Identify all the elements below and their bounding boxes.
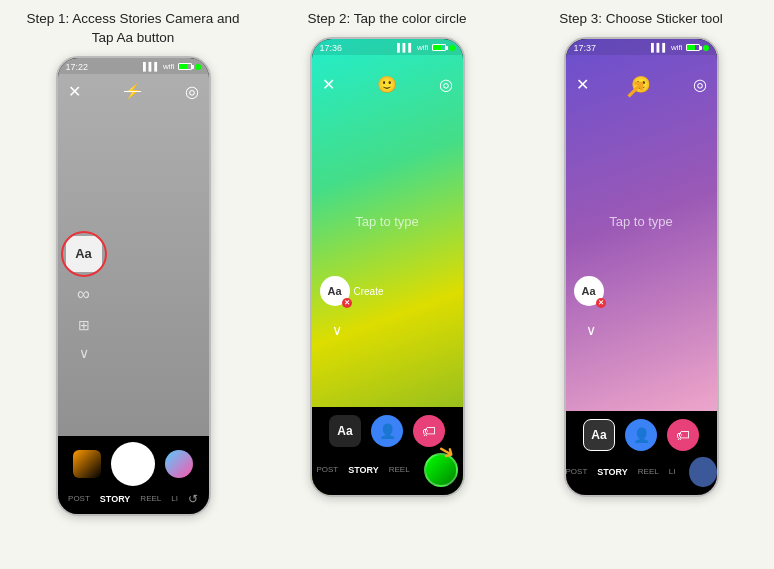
orange-arrow-up: ↗ <box>624 74 646 105</box>
create-sticker-area: Aa ✕ Create <box>320 276 384 306</box>
nav-reel-3[interactable]: REEL <box>638 467 659 476</box>
bottom-nav: POST STORY REEL LI ↺ <box>58 492 209 506</box>
green-dot-3 <box>703 45 709 51</box>
create-close-icon[interactable]: ✕ <box>342 298 352 308</box>
phone2-bottom-bar: Aa 👤 🏷 POST STORY REEL ➜ <box>312 407 463 495</box>
battery-icon-2 <box>432 44 446 51</box>
step2-column: Step 2: Tap the color circle 17:36 ▌▌▌ w… <box>264 10 510 497</box>
close-icon[interactable]: ✕ <box>68 82 81 101</box>
refresh-icon[interactable]: ↺ <box>188 492 198 506</box>
phone3-screen: 17:37 ▌▌▌ wifi ✕ 🙂 ◎ ↗ <box>566 39 717 495</box>
nav-reel[interactable]: REEL <box>140 494 161 503</box>
gallery-thumbnail[interactable] <box>73 450 101 478</box>
phone1-top-bar: ✕ ⚡ ◎ <box>58 76 209 107</box>
signal-icon: ▌▌▌ <box>143 62 160 71</box>
create-close-icon-3[interactable]: ✕ <box>596 298 606 308</box>
step2-title: Step 2: Tap the color circle <box>304 10 471 29</box>
signal-icon-3: ▌▌▌ <box>651 43 668 52</box>
flash-off-icon[interactable]: ⚡ <box>124 83 141 99</box>
aa-highlight-circle <box>61 231 107 277</box>
green-dot-2 <box>449 45 455 51</box>
settings-icon[interactable]: ◎ <box>185 82 199 101</box>
bottom-nav-3: POST STORY REEL LI <box>566 457 717 487</box>
text-tools-3: Aa 👤 🏷 <box>566 419 717 451</box>
phone1: 17:22 ▌▌▌ wifi ✕ ⚡ ◎ <box>56 56 211 516</box>
aa-button[interactable]: Aa <box>66 236 102 272</box>
status-icons-2: ▌▌▌ wifi <box>397 43 455 52</box>
create-sticker-area-3: Aa ✕ <box>574 276 604 306</box>
effect-thumbnail[interactable] <box>165 450 193 478</box>
nav-live[interactable]: LI <box>171 494 178 503</box>
create-aa-button-3[interactable]: Aa ✕ <box>574 276 604 306</box>
nav-post[interactable]: POST <box>68 494 90 503</box>
sticker-tool-button-3[interactable]: 🏷 <box>667 419 699 451</box>
tap-to-type-3[interactable]: Tap to type <box>609 214 673 229</box>
settings-icon-2[interactable]: ◎ <box>439 75 453 94</box>
phone2-status-bar: 17:36 ▌▌▌ wifi <box>312 39 463 55</box>
phone1-bottom-bar: POST STORY REEL LI ↺ <box>58 436 209 514</box>
phone2-top-bar: ✕ 🙂 ◎ <box>312 55 463 100</box>
sticker-tool-button[interactable]: 🏷 <box>413 415 445 447</box>
battery-icon-3 <box>686 44 700 51</box>
step3-title: Step 3: Choose Sticker tool <box>555 10 727 29</box>
text-tools: Aa 👤 🏷 <box>312 415 463 447</box>
status-icons: ▌▌▌ wifi <box>143 62 201 71</box>
close-icon-2[interactable]: ✕ <box>322 75 335 94</box>
phone3-time: 17:37 <box>574 43 597 53</box>
wifi-icon: wifi <box>163 62 175 71</box>
phone3-status-bar: 17:37 ▌▌▌ wifi <box>566 39 717 55</box>
signal-icon-2: ▌▌▌ <box>397 43 414 52</box>
nav-story-2[interactable]: STORY <box>348 465 379 475</box>
person-icon-button[interactable]: 👤 <box>371 415 403 447</box>
nav-story-3[interactable]: STORY <box>597 467 628 477</box>
step1-title: Step 1: Access Stories Camera and Tap Aa… <box>10 10 256 48</box>
aa-tool-button-3[interactable]: Aa <box>583 419 615 451</box>
phone2-time: 17:36 <box>320 43 343 53</box>
wifi-icon-3: wifi <box>671 43 683 52</box>
close-icon-3[interactable]: ✕ <box>576 75 589 94</box>
create-chevron-icon[interactable]: ∨ <box>332 322 342 338</box>
phone3: 17:37 ▌▌▌ wifi ✕ 🙂 ◎ ↗ <box>564 37 719 497</box>
create-aa-button[interactable]: Aa ✕ <box>320 276 350 306</box>
sticker-icon: 🏷 <box>422 423 436 439</box>
person-icon-3: 👤 <box>633 427 650 443</box>
phone1-left-controls: Aa ∞ ⊞ ∨ <box>66 236 102 361</box>
page-container: Step 1: Access Stories Camera and Tap Aa… <box>0 0 774 569</box>
nav-post-3[interactable]: POST <box>566 467 588 476</box>
wifi-icon-2: wifi <box>417 43 429 52</box>
nav-post-2[interactable]: POST <box>316 465 338 474</box>
phone2: 17:36 ▌▌▌ wifi ✕ 🙂 ◎ Tap to type <box>310 37 465 497</box>
battery-icon <box>178 63 192 70</box>
smiley-icon[interactable]: 🙂 <box>377 75 397 94</box>
create-aa-label: Aa <box>327 285 341 297</box>
infinity-icon[interactable]: ∞ <box>77 284 90 305</box>
nav-reel-2[interactable]: REEL <box>389 465 410 474</box>
person-icon-button-3[interactable]: 👤 <box>625 419 657 451</box>
create-aa-label-3: Aa <box>581 285 595 297</box>
phone2-screen: 17:36 ▌▌▌ wifi ✕ 🙂 ◎ Tap to type <box>312 39 463 495</box>
status-icons-3: ▌▌▌ wifi <box>651 43 709 52</box>
camera-controls <box>58 442 209 486</box>
grid-icon[interactable]: ⊞ <box>78 317 90 333</box>
sticker-icon-3: 🏷 <box>676 427 690 443</box>
phone1-status-bar: 17:22 ▌▌▌ wifi <box>58 58 209 74</box>
nav-live-3[interactable]: LI <box>669 467 676 476</box>
person-icon: 👤 <box>379 423 396 439</box>
create-chevron-icon-3[interactable]: ∨ <box>586 322 596 338</box>
settings-icon-3[interactable]: ◎ <box>693 75 707 94</box>
chevron-down-icon[interactable]: ∨ <box>79 345 89 361</box>
profile-circle[interactable] <box>689 457 716 487</box>
aa-tool-button[interactable]: Aa <box>329 415 361 447</box>
step3-column: Step 3: Choose Sticker tool 17:37 ▌▌▌ wi… <box>518 10 764 497</box>
tap-to-type-2[interactable]: Tap to type <box>355 214 419 229</box>
bottom-nav-2: POST STORY REEL ➜ <box>312 453 463 487</box>
phone1-screen: 17:22 ▌▌▌ wifi ✕ ⚡ ◎ <box>58 58 209 514</box>
phone1-time: 17:22 <box>66 62 89 72</box>
create-label: Create <box>354 286 384 297</box>
shutter-button[interactable] <box>111 442 155 486</box>
phone3-bottom-bar: Aa 👤 🏷 POST STORY REEL LI <box>566 411 717 495</box>
green-dot <box>195 64 201 70</box>
nav-story[interactable]: STORY <box>100 494 131 504</box>
step1-column: Step 1: Access Stories Camera and Tap Aa… <box>10 10 256 516</box>
